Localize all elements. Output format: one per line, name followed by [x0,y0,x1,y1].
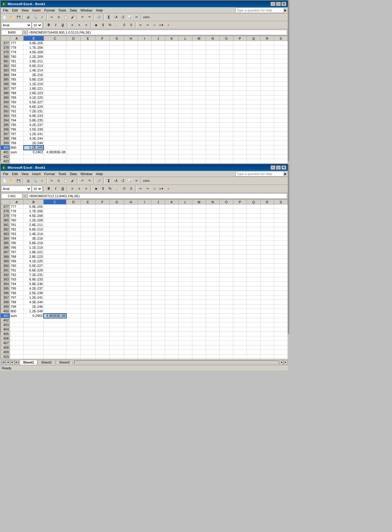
cell-empty[interactable] [219,155,233,159]
cell-empty[interactable] [219,323,233,327]
cell-b[interactable]: 6.9E-233 [24,114,44,118]
cell-empty[interactable] [165,295,178,300]
cell-empty[interactable] [66,204,81,209]
cell-empty[interactable] [66,132,81,136]
cell-empty[interactable] [95,241,110,245]
cell-empty[interactable] [66,345,81,350]
cell-c[interactable] [44,223,66,227]
cell-empty[interactable] [178,277,192,282]
cell-empty[interactable] [274,155,287,159]
cell-empty[interactable] [192,354,206,359]
cell-b[interactable] [24,318,44,323]
cell-empty[interactable] [178,209,192,214]
row-header[interactable]: 389 [1,259,10,264]
cell-empty[interactable] [206,232,219,236]
cell-empty[interactable] [206,150,219,155]
cell-empty[interactable] [178,236,192,241]
cell-empty[interactable] [95,50,110,55]
cell-empty[interactable] [66,354,81,359]
cell-empty[interactable] [206,105,219,109]
cell-empty[interactable] [192,114,206,118]
cell-empty[interactable] [206,86,219,91]
cell-empty[interactable] [233,118,247,123]
cell-empty[interactable] [192,264,206,268]
cell-empty[interactable] [192,136,206,141]
cell-empty[interactable] [178,241,192,245]
cell-empty[interactable] [206,41,219,45]
cell-empty[interactable] [151,227,165,232]
cell-empty[interactable] [192,268,206,273]
cell-empty[interactable] [151,204,165,209]
cell-b[interactable]: 7.2E-231 [24,109,44,114]
cell-empty[interactable] [192,259,206,264]
cell-empty[interactable] [165,332,178,336]
cell-empty[interactable] [66,109,81,114]
cell-c[interactable] [44,318,66,323]
cell-empty[interactable] [66,277,81,282]
cell-empty[interactable] [178,341,192,345]
cell-empty[interactable] [124,327,138,332]
cell-empty[interactable] [219,150,233,155]
cell-a[interactable]: 781 [10,59,24,64]
cell-empty[interactable] [206,77,219,82]
cell-a[interactable]: 783 [10,68,24,73]
cell-empty[interactable] [260,341,274,345]
cell-empty[interactable] [178,318,192,323]
cell-empty[interactable] [192,236,206,241]
cell-empty[interactable] [81,304,95,309]
help-input-1[interactable] [235,8,284,13]
cell-empty[interactable] [81,227,95,232]
cell-empty[interactable] [151,73,165,77]
cell-empty[interactable] [274,304,287,309]
cell-empty[interactable] [81,295,95,300]
cell-empty[interactable] [95,68,110,73]
cell-empty[interactable] [124,159,138,164]
cell-empty[interactable] [192,105,206,109]
cell-empty[interactable] [178,314,192,318]
cell-empty[interactable] [66,304,81,309]
menu-file-1[interactable]: File [1,8,10,12]
cell-empty[interactable] [247,68,260,73]
cell-empty[interactable] [206,218,219,223]
indent-dec-btn-1[interactable]: ⇐ [137,22,144,28]
cell-empty[interactable] [247,245,260,250]
cell-empty[interactable] [81,282,95,286]
cell-empty[interactable] [178,77,192,82]
cell-empty[interactable] [110,41,124,45]
cell-empty[interactable] [66,114,81,118]
cell-empty[interactable] [206,259,219,264]
menu-edit-2[interactable]: Edit [10,172,20,176]
row-header[interactable]: 379 [1,50,10,55]
cell-b[interactable]: 5.5E-227 [24,264,44,268]
border-btn-2[interactable]: □ [151,185,158,192]
tab-prev-2[interactable]: ◄ [6,360,10,364]
cell-empty[interactable] [95,41,110,45]
cell-empty[interactable] [110,209,124,214]
cell-a[interactable]: 779 [10,50,24,55]
col-header-h-2[interactable]: H [124,200,138,204]
cell-empty[interactable] [66,314,81,318]
tab-last-2[interactable]: ►| [15,360,19,364]
cell-empty[interactable] [81,41,95,45]
cell-empty[interactable] [81,309,95,314]
cell-empty[interactable] [124,345,138,350]
cell-empty[interactable] [260,286,274,291]
redo-btn-2[interactable]: ↷ [86,178,93,184]
cell-b[interactable]: 6.6E-213 [24,64,44,68]
cell-empty[interactable] [233,291,247,295]
cell-empty[interactable] [206,336,219,341]
cell-a[interactable]: 791 [10,268,24,273]
cell-empty[interactable] [81,232,95,236]
col-header-f-1[interactable]: F [95,36,110,41]
cell-empty[interactable] [110,132,124,136]
cell-empty[interactable] [151,218,165,223]
cell-b[interactable] [24,332,44,336]
cell-empty[interactable] [165,141,178,145]
col-header-g-1[interactable]: G [110,36,124,41]
cell-empty[interactable] [110,68,124,73]
cell-empty[interactable] [124,336,138,341]
cell-c[interactable] [44,245,66,250]
cell-empty[interactable] [233,227,247,232]
chart-btn-1[interactable]: 📊 [126,14,133,21]
cell-empty[interactable] [151,273,165,277]
